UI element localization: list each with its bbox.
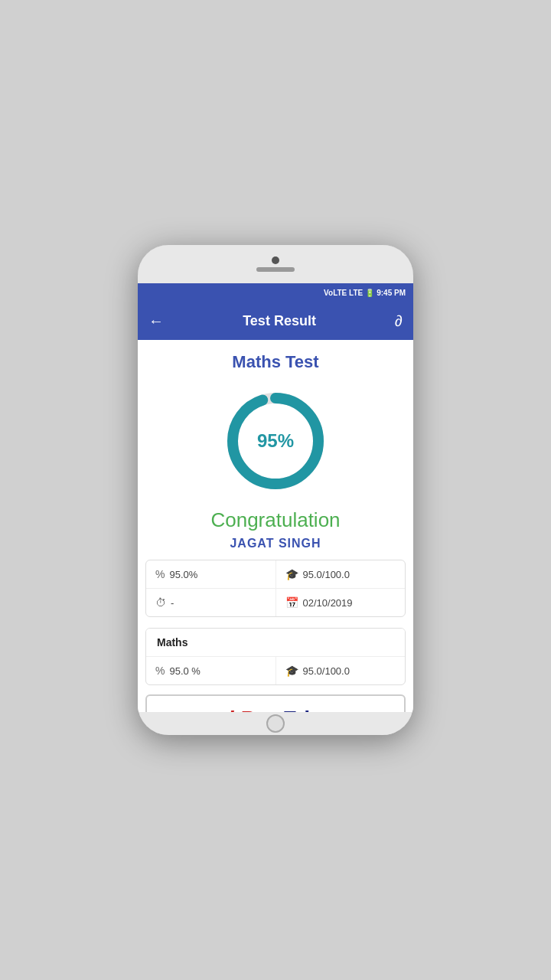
phone-screen: VoLTE LTE 🔋 9:45 PM ← Test Result ∂ Math…: [138, 283, 413, 712]
stats-percentage-value: 95.0%: [169, 569, 197, 580]
logo-i: i: [228, 707, 234, 712]
scroll-content[interactable]: Maths Test 95% Congratulation JAGAT SING…: [138, 340, 413, 712]
subject-cell-score: 🎓 95.0/100.0: [276, 657, 406, 684]
logo-pro: -Pro: [233, 707, 276, 712]
subject-header: Maths: [146, 629, 405, 657]
subject-cell-percentage: % 95.0 %: [146, 657, 276, 684]
subject-card: Maths % 95.0 % 🎓 95.0/100.0: [145, 628, 406, 685]
donut-chart: 95%: [222, 387, 329, 495]
percentage-icon: %: [155, 568, 165, 580]
calendar-icon: 📅: [285, 596, 298, 609]
signal-text: VoLTE LTE: [324, 289, 363, 297]
stats-cell-score: 🎓 95.0/100.0: [276, 560, 406, 588]
stats-card: % 95.0% 🎓 95.0/100.0 ⏱ - 📅 02/: [145, 560, 406, 617]
back-button[interactable]: ←: [148, 312, 164, 330]
top-bezel: [138, 245, 413, 283]
subject-row: % 95.0 % 🎓 95.0/100.0: [146, 657, 405, 684]
stats-cell-percentage: % 95.0%: [146, 560, 276, 588]
camera: [272, 256, 279, 264]
stats-score-value: 95.0/100.0: [303, 569, 350, 580]
subject-score-value: 95.0/100.0: [303, 665, 350, 677]
stats-row-1: % 95.0% 🎓 95.0/100.0: [146, 560, 405, 589]
bottom-bezel: [138, 712, 413, 735]
battery-icon: 🔋: [365, 289, 374, 297]
stats-time-value: -: [171, 597, 174, 609]
toolbar: ← Test Result ∂: [138, 302, 413, 340]
stats-row-2: ⏱ - 📅 02/10/2019: [146, 589, 405, 616]
user-name: JAGAT SINGH: [138, 535, 413, 560]
stats-date-value: 02/10/2019: [303, 597, 353, 609]
logo-banner: i -Pro Edu: [145, 694, 406, 712]
congratulation-text: Congratulation: [138, 502, 413, 535]
phone-frame: VoLTE LTE 🔋 9:45 PM ← Test Result ∂ Math…: [138, 245, 413, 735]
stats-cell-time: ⏱ -: [146, 589, 276, 616]
subject-grad-icon: 🎓: [285, 665, 298, 677]
subject-percent-icon: %: [155, 665, 165, 677]
donut-container: 95%: [138, 380, 413, 502]
time-text: 9:45 PM: [377, 289, 406, 297]
speaker: [256, 267, 295, 272]
test-title: Maths Test: [138, 340, 413, 380]
clock-icon: ⏱: [155, 596, 166, 609]
donut-percentage-text: 95%: [257, 430, 294, 452]
share-button[interactable]: ∂: [395, 312, 403, 330]
stats-cell-date: 📅 02/10/2019: [276, 589, 406, 616]
home-button[interactable]: [266, 714, 285, 733]
status-bar: VoLTE LTE 🔋 9:45 PM: [138, 283, 413, 302]
subject-percentage-value: 95.0 %: [169, 665, 200, 677]
status-icons: VoLTE LTE 🔋 9:45 PM: [324, 289, 406, 297]
toolbar-title: Test Result: [243, 313, 316, 329]
logo-edu: Edu: [282, 707, 323, 712]
graduation-icon: 🎓: [285, 568, 298, 580]
